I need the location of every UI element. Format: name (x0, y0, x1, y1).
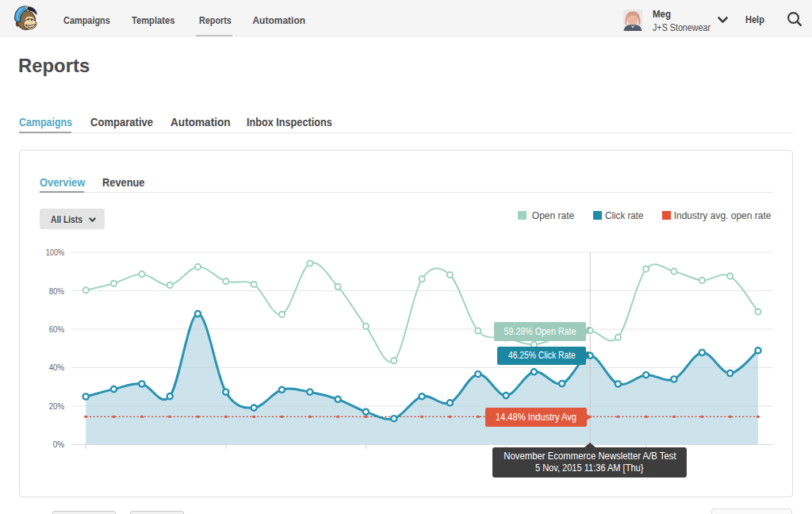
svg-text:100%: 100% (46, 247, 65, 257)
svg-text:0%: 0% (53, 439, 65, 449)
svg-text:60%: 60% (49, 324, 65, 334)
svg-text:40%: 40% (49, 362, 65, 372)
svg-text:20%: 20% (49, 401, 65, 411)
svg-text:80%: 80% (49, 286, 65, 296)
